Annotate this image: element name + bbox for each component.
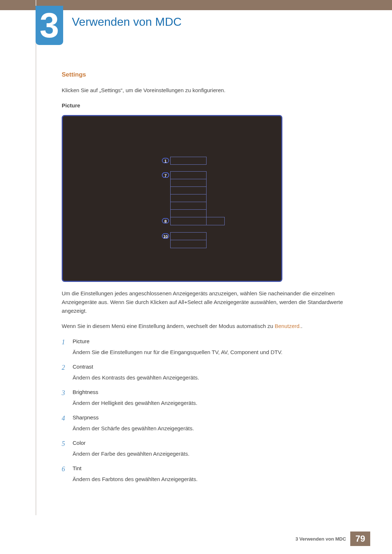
diagram-row: 7 [171, 210, 206, 217]
list-desc: Ändern der Helligkeit des gewählten Anze… [73, 399, 363, 407]
marker-7: 7 [162, 172, 169, 178]
diagram-row: 2 [171, 172, 206, 179]
list-body: Brightness Ändern der Helligkeit des gew… [73, 388, 363, 410]
subsection-heading: Picture [62, 101, 363, 110]
list-item: 1 Picture Ändern Sie die Einstellungen n… [62, 337, 363, 359]
list-number: 1 [62, 337, 73, 359]
diagram-row: 4 [171, 187, 206, 194]
section-heading: Settings [62, 70, 363, 79]
page-number: 79 [350, 532, 370, 546]
list-label: Sharpness [73, 413, 363, 422]
marker-8: 8 [162, 218, 169, 223]
sidebar-line [36, 0, 36, 515]
footer: 3 Verwenden von MDC 79 [295, 532, 370, 546]
list-item: 2 Contrast Ändern des Kontrasts des gewä… [62, 362, 363, 384]
list-number: 5 [62, 439, 73, 460]
list-desc: Ändern des Farbtons des gewählten Anzeig… [73, 475, 363, 484]
list-item: 6 Tint Ändern des Farbtons des gewählten… [62, 464, 363, 486]
list-desc: Ändern der Farbe des gewählten Anzeigege… [73, 450, 363, 458]
picture-diagram: 1 2 3 4 5 6 7 [62, 115, 282, 282]
diagram-row: 6 [171, 202, 206, 210]
list-label: Color [73, 439, 363, 447]
text-fragment: . [301, 323, 302, 329]
diagram-row: 5 [171, 194, 206, 202]
mode-link: Benutzerd. [275, 323, 301, 329]
diagram-row-ext: 8 [171, 217, 206, 225]
chapter-title: Verwenden von MDC [72, 15, 181, 29]
diagram-group-2: 2 3 4 5 6 7 8 [170, 171, 207, 225]
diagram-row: 9 [171, 233, 206, 240]
list-item: 3 Brightness Ändern der Helligkeit des g… [62, 388, 363, 410]
diagram-box-1: 1 [170, 157, 207, 165]
list-body: Tint Ändern des Farbtons des gewählten A… [73, 464, 363, 486]
list-body: Color Ändern der Farbe des gewählten Anz… [73, 439, 363, 460]
intro-text: Klicken Sie auf „Settings“, um die Vorei… [62, 86, 363, 95]
diagram-group-3: 9 10 [170, 232, 207, 248]
diagram-row: 10 [171, 240, 206, 248]
list-number: 2 [62, 362, 73, 384]
list-number: 4 [62, 413, 73, 435]
paragraph: Wenn Sie in diesem Menü eine Einstellung… [62, 322, 363, 331]
content: Settings Klicken Sie auf „Settings“, um … [62, 0, 363, 486]
list-label: Brightness [73, 388, 363, 397]
list-label: Picture [73, 337, 363, 346]
footer-text: 3 Verwenden von MDC [295, 536, 346, 542]
list-body: Sharpness Ändern der Schärfe des gewählt… [73, 413, 363, 435]
paragraph: Um die Einstellungen jedes angeschlossen… [62, 289, 363, 315]
list-body: Contrast Ändern des Kontrasts des gewähl… [73, 362, 363, 384]
list-desc: Ändern der Schärfe des gewählten Anzeige… [73, 424, 363, 433]
diagram-row: 3 [171, 179, 206, 187]
list-label: Tint [73, 464, 363, 473]
marker-1: 1 [162, 158, 169, 163]
list-number: 3 [62, 388, 73, 410]
list-desc: Ändern Sie die Einstellungen nur für die… [73, 348, 363, 357]
text-fragment: Wenn Sie in diesem Menü eine Einstellung… [62, 323, 275, 329]
list-number: 6 [62, 464, 73, 486]
list-item: 4 Sharpness Ändern der Schärfe des gewäh… [62, 413, 363, 435]
list-label: Contrast [73, 362, 363, 371]
marker-10: 10 [162, 233, 169, 239]
numbered-list: 1 Picture Ändern Sie die Einstellungen n… [62, 337, 363, 486]
chapter-number: 3 [40, 8, 59, 43]
list-body: Picture Ändern Sie die Einstellungen nur… [73, 337, 363, 359]
list-desc: Ändern des Kontrasts des gewählten Anzei… [73, 373, 363, 382]
chapter-tab: 3 [36, 6, 63, 45]
page: 3 Verwenden von MDC Settings Klicken Sie… [0, 0, 392, 554]
list-item: 5 Color Ändern der Farbe des gewählten A… [62, 439, 363, 460]
